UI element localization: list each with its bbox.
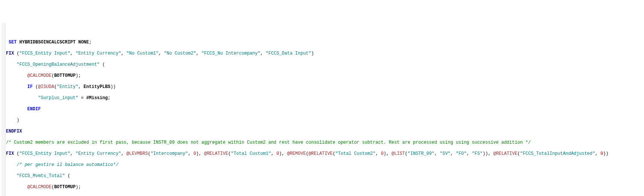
string: "Total Custom1" [231, 151, 271, 156]
string: "Total Custom2" [335, 151, 376, 156]
string: "No Custom1" [126, 51, 158, 56]
gutter [1, 23, 6, 196]
ident: HYBRIDBSOINCALCSCRIPT [19, 40, 75, 45]
ident: BOTTOMUP [54, 73, 76, 78]
string: "Entity Currency" [75, 51, 121, 56]
string: "Entity" [57, 84, 78, 89]
string: "FCCS_No Intercompany" [202, 51, 260, 56]
code-line: "FCCS_OpeningBalanceAdjustment" ( [6, 62, 643, 68]
code-line: @CALCMODE(BOTTOMUP); [6, 73, 643, 79]
ident: EntityPLBS [84, 84, 110, 89]
func: @RELATIVE [309, 151, 333, 156]
string: "Intercompany" [151, 151, 188, 156]
keyword-set: SET [9, 40, 17, 45]
string: "FCCS_Entity Input" [19, 51, 70, 56]
ident: NONE [78, 40, 89, 45]
func: @REMOVE [287, 151, 306, 156]
string: "Surplus_input" [38, 95, 78, 101]
code-editor: SET HYBRIDBSOINCALCSCRIPT NONE; FIX ("FC… [1, 23, 643, 196]
func: @CALCMODE [28, 73, 52, 78]
code-line: "Surplus_input" = #Missing; [6, 95, 643, 101]
code-line: FIX ("FCCS_Entity Input", "Entity Curren… [6, 51, 643, 56]
code-line: @CALCMODE(BOTTOMUP); [6, 184, 643, 190]
code-line: IF (@ISUDA("Entity", EntityPLBS)) [6, 84, 643, 90]
func: @RELATIVE [493, 151, 518, 156]
code-line: /* per gestire il balance automatico*/ [6, 162, 643, 168]
num: 0 [276, 151, 279, 156]
num: 0 [381, 151, 383, 156]
keyword-fix: FIX [6, 51, 14, 56]
func: @LIST [392, 151, 405, 156]
string: "FCCS_Entity Input" [19, 151, 70, 156]
ident: BOTTOMUP [54, 184, 76, 190]
string: "FO" [456, 151, 467, 156]
keyword-endfix: ENDFIX [6, 129, 22, 134]
code-line: ENDFIX [6, 129, 643, 134]
keyword-fix: FIX [6, 151, 14, 156]
code-lines: SET HYBRIDBSOINCALCSCRIPT NONE; FIX ("FC… [6, 34, 643, 196]
string: "SV" [440, 151, 451, 156]
func: @CALCMODE [28, 184, 52, 190]
string: "Entity Currency" [75, 151, 121, 156]
code-line: ENDIF [6, 107, 643, 112]
num: 0 [193, 151, 196, 156]
string: "FCCS_TotalInputAndAdjusted" [520, 151, 595, 156]
code-line: /* Custom2 members are excluded in first… [6, 140, 643, 146]
keyword-if: IF [28, 84, 33, 89]
func: @ISUDA [38, 84, 54, 89]
comment: /* Custom2 members are excluded in first… [6, 140, 531, 145]
string: "FCCS_Data Input" [266, 51, 311, 56]
string: "No Custom2" [164, 51, 196, 56]
string: "INSTR_09" [408, 151, 434, 156]
missing: #Missing [86, 95, 108, 101]
string: "FS" [472, 151, 483, 156]
keyword-endif: ENDIF [28, 107, 41, 112]
code-line: FIX ("FCCS_Entity Input", "Entity Curren… [6, 151, 643, 157]
func: @RELATIVE [204, 151, 228, 156]
num: 0 [600, 151, 603, 156]
code-line: "FCCS_Mvmts_Total" ( [6, 173, 643, 179]
code-line: ) [6, 118, 643, 123]
func: @LEVMBRS [126, 151, 148, 156]
string: "FCCS_OpeningBalanceAdjustment" [17, 62, 100, 67]
code-line: SET HYBRIDBSOINCALCSCRIPT NONE; [6, 40, 643, 45]
string: "FCCS_Mvmts_Total" [17, 173, 65, 179]
comment: /* per gestire il balance automatico*/ [17, 162, 119, 167]
